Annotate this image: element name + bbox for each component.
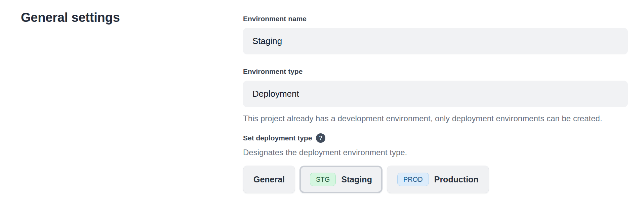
environment-name-label: Environment name (243, 15, 628, 23)
staging-badge: STG (310, 173, 336, 186)
production-badge: PROD (397, 173, 429, 186)
general-settings-section: General settings Environment name Enviro… (0, 0, 644, 193)
deployment-type-option-production[interactable]: PROD Production (387, 166, 489, 193)
option-production-label: Production (434, 175, 479, 184)
environment-type-label: Environment type (243, 68, 628, 76)
option-staging-label: Staging (341, 175, 372, 184)
settings-form: Environment name Environment type This p… (243, 10, 628, 193)
deployment-type-label: Set deployment type (243, 134, 312, 142)
environment-name-input[interactable] (243, 28, 628, 54)
deployment-type-option-staging[interactable]: STG Staging (299, 166, 383, 193)
environment-type-helper-text: This project already has a development e… (243, 112, 628, 125)
section-title-column: General settings (0, 10, 243, 193)
deployment-type-description: Designates the deployment environment ty… (243, 147, 628, 158)
question-mark-icon[interactable]: ? (316, 133, 325, 143)
option-general-label: General (253, 175, 285, 184)
deployment-type-label-row: Set deployment type ? (243, 133, 628, 143)
environment-type-input[interactable] (243, 81, 628, 107)
page-title: General settings (21, 10, 243, 25)
deployment-type-options: General STG Staging PROD Production (243, 166, 628, 193)
deployment-type-option-general[interactable]: General (243, 166, 295, 193)
